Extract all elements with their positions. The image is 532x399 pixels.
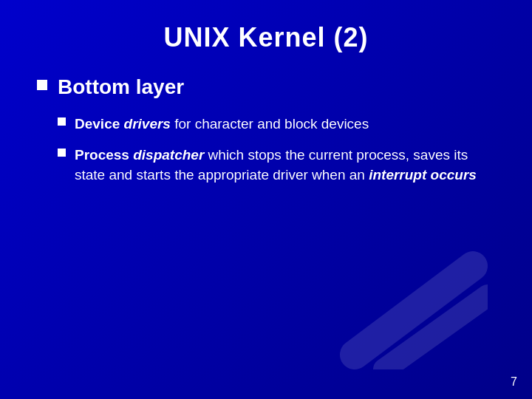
page-number: 7: [511, 375, 517, 389]
main-bullet-text: Bottom layer: [58, 75, 184, 99]
interrupt-occurs-italic: interrupt occurs: [369, 167, 477, 183]
sub-bullet-icon-2: [58, 149, 66, 157]
slide-title: UNIX Kernel (2): [37, 22, 495, 53]
sub-bullet-icon-1: [58, 117, 66, 126]
sub-bullet-text-2: Process dispatcher which stops the curre…: [75, 145, 495, 185]
sub-bullet-text-1: Device drivers for character and block d…: [75, 114, 369, 134]
sub-bullet-process-dispatcher: Process dispatcher which stops the curre…: [58, 145, 495, 185]
background-decoration: [340, 251, 488, 369]
main-bullet: Bottom layer: [37, 75, 495, 99]
sub-bullet-device-drivers: Device drivers for character and block d…: [58, 114, 495, 134]
slide: UNIX Kernel (2) Bottom layer Device driv…: [0, 0, 532, 399]
main-bullet-icon: [37, 80, 47, 90]
device-drivers-bold: Device drivers: [75, 116, 171, 132]
process-dispatcher-bold: Process dispatcher: [75, 147, 204, 163]
sub-bullets-container: Device drivers for character and block d…: [58, 114, 495, 185]
